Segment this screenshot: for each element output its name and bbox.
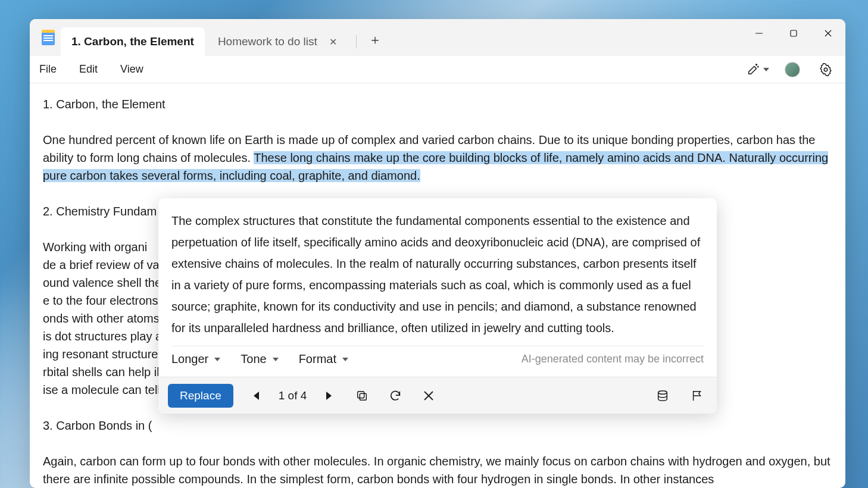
ai-options-row: Longer Tone Format AI-generated content … [171,346,704,377]
ai-footer: Replace 1 of 4 [158,377,717,414]
svg-point-9 [658,390,667,394]
tab-inactive-label: Homework to do list [218,35,317,48]
suggestion-nav: 1 of 4 [246,386,339,406]
flag-icon[interactable] [687,386,707,406]
tab-separator [356,35,357,48]
paragraph-1: One hundred percent of known life on Ear… [43,131,832,184]
option-longer[interactable]: Longer [171,352,220,366]
option-tone-label: Tone [241,352,266,366]
window-controls [742,19,845,48]
close-tab-icon[interactable]: ✕ [326,34,341,50]
heading-1: 1. Carbon, the Element [43,95,832,113]
menu-edit[interactable]: Edit [79,63,98,76]
new-tab-button[interactable]: ＋ [361,31,389,49]
svg-point-4 [824,68,828,71]
copy-button[interactable] [352,386,372,406]
history-icon[interactable] [652,386,673,406]
replace-button[interactable]: Replace [168,384,233,408]
svg-rect-5 [360,393,367,400]
tab-inactive[interactable]: Homework to do list ✕ [207,27,351,56]
tab-active-label: 1. Carbon, the Element [71,35,194,48]
settings-button[interactable] [816,60,836,80]
menu-view[interactable]: View [120,63,143,76]
menubar-right [747,60,836,80]
option-format-label: Format [299,352,336,366]
option-tone[interactable]: Tone [241,352,278,366]
maximize-button[interactable] [776,19,811,48]
prev-suggestion-button[interactable] [246,386,267,406]
svg-rect-6 [358,391,364,398]
menubar: File Edit View [30,56,845,83]
chevron-down-icon [273,358,279,361]
minimize-button[interactable] [742,19,776,48]
chevron-down-icon [342,358,348,361]
menu-file[interactable]: File [39,63,57,76]
regenerate-button[interactable] [385,386,405,406]
ai-suggestion-text: The complex structures that constitute t… [158,198,717,346]
suggestion-counter: 1 of 4 [279,389,307,402]
ai-rewrite-popup: The complex structures that constitute t… [158,198,717,414]
dismiss-button[interactable] [419,386,439,406]
close-window-button[interactable] [811,19,845,48]
ai-disclaimer: AI-generated content may be incorrect [522,353,704,365]
user-avatar[interactable] [785,62,800,77]
notepad-app-icon [42,30,55,45]
option-longer-label: Longer [171,352,208,366]
heading-3: 3. Carbon Bonds in ( [43,417,832,434]
titlebar: 1. Carbon, the Element Homework to do li… [30,19,845,56]
ai-footer-right [652,386,707,406]
paragraph-3: Again, carbon can form up to four bonds … [43,452,832,488]
chevron-down-icon [214,358,220,361]
option-format[interactable]: Format [299,352,348,366]
svg-rect-1 [791,30,797,36]
chevron-down-icon [763,68,769,71]
tab-active[interactable]: 1. Carbon, the Element [61,27,205,56]
ai-rewrite-button[interactable] [747,63,769,76]
next-suggestion-button[interactable] [319,386,339,406]
